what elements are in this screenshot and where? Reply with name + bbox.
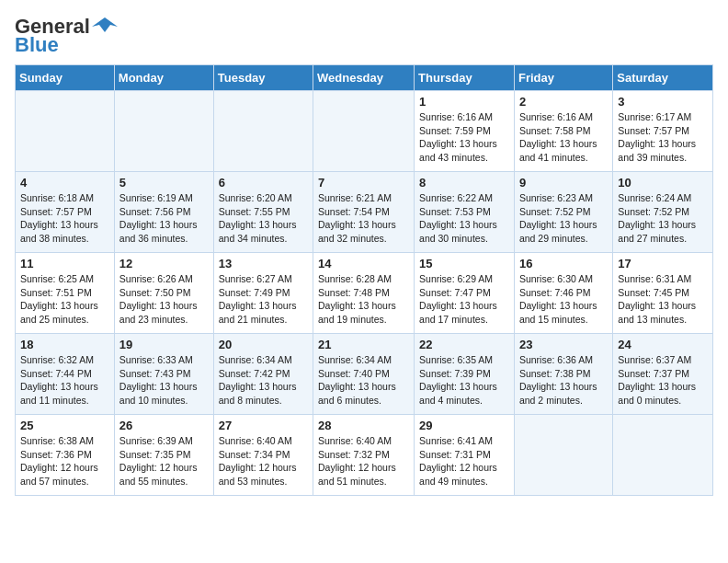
col-header-friday: Friday (514, 65, 612, 91)
calendar-cell: 12Sunrise: 6:26 AMSunset: 7:50 PMDayligh… (114, 253, 213, 334)
day-number: 11 (20, 257, 109, 270)
day-info: Sunrise: 6:28 AMSunset: 7:48 PMDaylight:… (318, 272, 409, 327)
day-number: 21 (318, 338, 409, 351)
calendar-cell (114, 91, 213, 172)
col-header-saturday: Saturday (613, 65, 713, 91)
calendar-cell: 26Sunrise: 6:39 AMSunset: 7:35 PMDayligh… (114, 415, 213, 496)
week-row-4: 18Sunrise: 6:32 AMSunset: 7:44 PMDayligh… (16, 334, 713, 415)
calendar-cell: 25Sunrise: 6:38 AMSunset: 7:36 PMDayligh… (16, 415, 115, 496)
svg-marker-0 (92, 17, 118, 32)
day-number: 12 (119, 257, 209, 270)
week-row-1: 1Sunrise: 6:16 AMSunset: 7:59 PMDaylight… (16, 91, 713, 172)
day-number: 27 (219, 419, 308, 432)
col-header-wednesday: Wednesday (313, 65, 415, 91)
calendar-cell: 1Sunrise: 6:16 AMSunset: 7:59 PMDaylight… (415, 91, 515, 172)
day-number: 24 (618, 338, 708, 351)
calendar-cell: 18Sunrise: 6:32 AMSunset: 7:44 PMDayligh… (16, 334, 115, 415)
logo-bird-icon (92, 16, 118, 34)
calendar-cell: 16Sunrise: 6:30 AMSunset: 7:46 PMDayligh… (514, 253, 612, 334)
calendar-cell: 13Sunrise: 6:27 AMSunset: 7:49 PMDayligh… (213, 253, 313, 334)
day-info: Sunrise: 6:34 AMSunset: 7:42 PMDaylight:… (219, 353, 308, 408)
day-info: Sunrise: 6:22 AMSunset: 7:53 PMDaylight:… (419, 191, 509, 246)
calendar-cell: 17Sunrise: 6:31 AMSunset: 7:45 PMDayligh… (613, 253, 713, 334)
day-number: 10 (618, 176, 708, 190)
day-number: 17 (618, 257, 708, 270)
day-info: Sunrise: 6:20 AMSunset: 7:55 PMDaylight:… (219, 191, 308, 246)
logo: General Blue (15, 15, 118, 57)
col-header-sunday: Sunday (16, 65, 115, 91)
day-number: 8 (419, 176, 509, 190)
page-header: General Blue (15, 15, 713, 57)
day-info: Sunrise: 6:41 AMSunset: 7:31 PMDaylight:… (419, 434, 509, 488)
day-number: 5 (119, 176, 209, 190)
day-number: 20 (219, 338, 308, 351)
day-number: 23 (519, 338, 608, 351)
col-header-thursday: Thursday (415, 65, 515, 91)
day-info: Sunrise: 6:16 AMSunset: 7:59 PMDaylight:… (419, 110, 509, 165)
calendar-cell: 7Sunrise: 6:21 AMSunset: 7:54 PMDaylight… (313, 172, 415, 253)
calendar-cell: 10Sunrise: 6:24 AMSunset: 7:52 PMDayligh… (613, 172, 713, 253)
calendar-cell: 15Sunrise: 6:29 AMSunset: 7:47 PMDayligh… (415, 253, 515, 334)
day-info: Sunrise: 6:35 AMSunset: 7:39 PMDaylight:… (419, 353, 509, 408)
day-number: 19 (119, 338, 209, 351)
week-row-5: 25Sunrise: 6:38 AMSunset: 7:36 PMDayligh… (16, 415, 713, 496)
day-info: Sunrise: 6:36 AMSunset: 7:38 PMDaylight:… (519, 353, 608, 408)
day-number: 16 (519, 257, 608, 270)
calendar-table: SundayMondayTuesdayWednesdayThursdayFrid… (15, 64, 713, 496)
day-info: Sunrise: 6:17 AMSunset: 7:57 PMDaylight:… (618, 110, 708, 165)
calendar-cell (213, 91, 313, 172)
day-number: 18 (20, 338, 109, 351)
calendar-cell: 8Sunrise: 6:22 AMSunset: 7:53 PMDaylight… (415, 172, 515, 253)
day-info: Sunrise: 6:37 AMSunset: 7:37 PMDaylight:… (618, 353, 708, 408)
calendar-cell: 27Sunrise: 6:40 AMSunset: 7:34 PMDayligh… (213, 415, 313, 496)
week-row-2: 4Sunrise: 6:18 AMSunset: 7:57 PMDaylight… (16, 172, 713, 253)
day-info: Sunrise: 6:38 AMSunset: 7:36 PMDaylight:… (20, 434, 109, 488)
day-info: Sunrise: 6:31 AMSunset: 7:45 PMDaylight:… (618, 272, 708, 327)
day-number: 9 (519, 176, 608, 190)
col-header-tuesday: Tuesday (213, 65, 313, 91)
day-info: Sunrise: 6:16 AMSunset: 7:58 PMDaylight:… (519, 110, 608, 165)
day-info: Sunrise: 6:40 AMSunset: 7:32 PMDaylight:… (318, 434, 409, 488)
day-number: 15 (419, 257, 509, 270)
calendar-cell: 2Sunrise: 6:16 AMSunset: 7:58 PMDaylight… (514, 91, 612, 172)
day-info: Sunrise: 6:21 AMSunset: 7:54 PMDaylight:… (318, 191, 409, 246)
day-number: 28 (318, 419, 409, 432)
calendar-cell (313, 91, 415, 172)
calendar-cell: 28Sunrise: 6:40 AMSunset: 7:32 PMDayligh… (313, 415, 415, 496)
week-row-3: 11Sunrise: 6:25 AMSunset: 7:51 PMDayligh… (16, 253, 713, 334)
day-number: 3 (618, 95, 708, 109)
calendar-cell (16, 91, 115, 172)
day-number: 6 (219, 176, 308, 190)
calendar-cell: 4Sunrise: 6:18 AMSunset: 7:57 PMDaylight… (16, 172, 115, 253)
calendar-cell: 14Sunrise: 6:28 AMSunset: 7:48 PMDayligh… (313, 253, 415, 334)
calendar-cell: 19Sunrise: 6:33 AMSunset: 7:43 PMDayligh… (114, 334, 213, 415)
day-info: Sunrise: 6:30 AMSunset: 7:46 PMDaylight:… (519, 272, 608, 327)
day-info: Sunrise: 6:25 AMSunset: 7:51 PMDaylight:… (20, 272, 109, 327)
day-number: 4 (20, 176, 109, 190)
day-info: Sunrise: 6:24 AMSunset: 7:52 PMDaylight:… (618, 191, 708, 246)
calendar-cell: 9Sunrise: 6:23 AMSunset: 7:52 PMDaylight… (514, 172, 612, 253)
calendar-cell: 24Sunrise: 6:37 AMSunset: 7:37 PMDayligh… (613, 334, 713, 415)
calendar-header-row: SundayMondayTuesdayWednesdayThursdayFrid… (16, 65, 713, 91)
day-info: Sunrise: 6:40 AMSunset: 7:34 PMDaylight:… (219, 434, 308, 488)
logo-blue-text: Blue (15, 33, 59, 57)
day-number: 25 (20, 419, 109, 432)
calendar-cell: 20Sunrise: 6:34 AMSunset: 7:42 PMDayligh… (213, 334, 313, 415)
calendar-cell: 6Sunrise: 6:20 AMSunset: 7:55 PMDaylight… (213, 172, 313, 253)
day-info: Sunrise: 6:32 AMSunset: 7:44 PMDaylight:… (20, 353, 109, 408)
calendar-cell: 21Sunrise: 6:34 AMSunset: 7:40 PMDayligh… (313, 334, 415, 415)
day-number: 29 (419, 419, 509, 432)
day-number: 2 (519, 95, 608, 109)
calendar-cell (514, 415, 612, 496)
day-info: Sunrise: 6:19 AMSunset: 7:56 PMDaylight:… (119, 191, 209, 246)
calendar-cell: 22Sunrise: 6:35 AMSunset: 7:39 PMDayligh… (415, 334, 515, 415)
day-info: Sunrise: 6:33 AMSunset: 7:43 PMDaylight:… (119, 353, 209, 408)
day-number: 13 (219, 257, 308, 270)
day-info: Sunrise: 6:39 AMSunset: 7:35 PMDaylight:… (119, 434, 209, 488)
day-info: Sunrise: 6:27 AMSunset: 7:49 PMDaylight:… (219, 272, 308, 327)
day-info: Sunrise: 6:29 AMSunset: 7:47 PMDaylight:… (419, 272, 509, 327)
day-number: 1 (419, 95, 509, 109)
calendar-cell: 29Sunrise: 6:41 AMSunset: 7:31 PMDayligh… (415, 415, 515, 496)
day-info: Sunrise: 6:18 AMSunset: 7:57 PMDaylight:… (20, 191, 109, 246)
day-info: Sunrise: 6:23 AMSunset: 7:52 PMDaylight:… (519, 191, 608, 246)
